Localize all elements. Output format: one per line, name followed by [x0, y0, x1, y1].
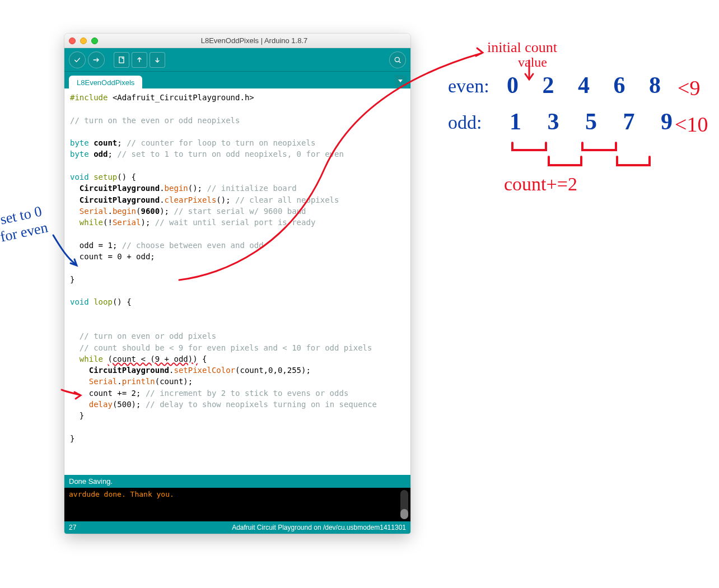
- annotation-odd-lt: <10: [675, 112, 708, 137]
- sketch-tab[interactable]: L8EvenOddPixels: [69, 76, 142, 89]
- window-controls: [69, 38, 98, 44]
- window-title: L8EvenOddPixels | Arduino 1.8.7: [102, 36, 406, 45]
- save-button[interactable]: [150, 52, 165, 68]
- annotation-set-to-0: set to 0: [0, 203, 43, 228]
- line-number: 27: [69, 524, 76, 531]
- new-button[interactable]: [114, 52, 129, 68]
- svg-marker-6: [398, 80, 403, 82]
- annotation-for-even: for even: [0, 219, 49, 245]
- tab-bar: L8EvenOddPixels: [64, 72, 410, 88]
- board-info: Adafruit Circuit Playground on /dev/cu.u…: [232, 524, 406, 531]
- toolbar: [64, 48, 410, 72]
- verify-button[interactable]: [69, 52, 86, 68]
- close-icon[interactable]: [69, 38, 76, 44]
- annotation-even-label: even:: [448, 76, 489, 97]
- annotation-odd-label: odd:: [448, 112, 482, 133]
- arduino-window: L8EvenOddPixels | Arduino 1.8.7 L8EvenOd…: [64, 34, 410, 534]
- titlebar[interactable]: L8EvenOddPixels | Arduino 1.8.7: [64, 34, 410, 48]
- footer-bar: 27 Adafruit Circuit Playground on /dev/c…: [64, 521, 410, 534]
- console[interactable]: avrdude done. Thank you.: [64, 488, 410, 521]
- zoom-icon[interactable]: [91, 38, 98, 44]
- minimize-icon[interactable]: [80, 38, 87, 44]
- svg-point-4: [395, 57, 399, 62]
- open-button[interactable]: [132, 52, 147, 68]
- annotation-even-lt: <9: [678, 76, 700, 100]
- upload-button[interactable]: [88, 52, 105, 68]
- svg-line-5: [399, 61, 401, 63]
- annotation-initial-count: initial count: [487, 39, 557, 56]
- svg-rect-1: [119, 57, 124, 63]
- code-editor[interactable]: #include <Adafruit_CircuitPlayground.h> …: [64, 88, 410, 475]
- console-scrollbar[interactable]: [400, 490, 408, 519]
- tab-menu-button[interactable]: [395, 75, 406, 86]
- annotation-even-nums: 0 2 4 6 8: [507, 72, 670, 99]
- annotation-value: value: [518, 55, 547, 70]
- annotation-odd-nums: 1 3 5 7 9: [510, 108, 683, 135]
- annotation-count-plus: count+=2: [504, 174, 577, 195]
- serial-monitor-button[interactable]: [389, 52, 406, 68]
- console-output: avrdude done. Thank you.: [69, 490, 174, 498]
- status-bar: Done Saving.: [64, 475, 410, 488]
